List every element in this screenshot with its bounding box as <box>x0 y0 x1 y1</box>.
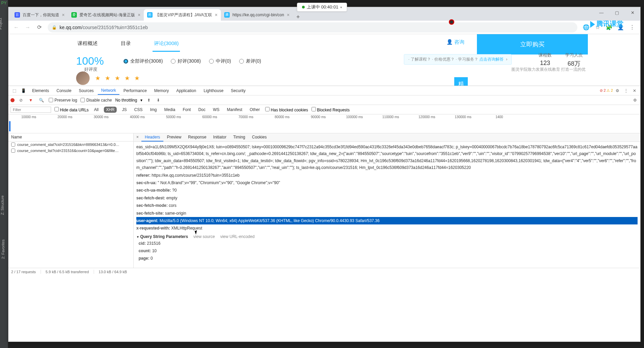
header-line[interactable]: sec-ch-ua: " Not A;Brand";v="99", "Chrom… <box>136 179 638 187</box>
panel-application[interactable]: Application <box>173 87 200 94</box>
filter-all[interactable]: 全部评价(3008) <box>123 58 163 64</box>
upload-icon[interactable]: ⬆ <box>146 97 152 103</box>
close-icon[interactable]: × <box>62 12 65 18</box>
hide-data-urls-checkbox[interactable]: Hide data URLs <box>54 107 89 112</box>
browser-tab-course[interactable]: 图【图灵VIP严选课程】JAVA互联× <box>144 9 221 21</box>
filter-good[interactable]: 好评(3008) <box>171 58 201 64</box>
filter-img[interactable]: Img <box>148 107 159 113</box>
new-tab-button[interactable]: + <box>293 14 303 21</box>
tab-preview[interactable]: Preview <box>163 133 185 142</box>
record-icon[interactable] <box>10 98 15 102</box>
disable-cache-checkbox[interactable]: Disable cache <box>80 98 112 103</box>
inspect-icon[interactable]: ⬚ <box>10 87 18 94</box>
reload-button[interactable]: ⟳ <box>34 22 44 32</box>
maximize-button[interactable]: ▢ <box>609 7 625 18</box>
panel-performance[interactable]: Performance <box>120 87 150 94</box>
preserve-log-checkbox[interactable]: Preserve log <box>49 98 77 103</box>
qsp-line[interactable]: cid: 231516 <box>136 240 638 247</box>
qsp-section[interactable]: Query String Parametersview sourceview U… <box>136 232 638 240</box>
qsp-line[interactable]: page: 0 <box>136 255 638 262</box>
settings-icon[interactable]: ⚙ <box>614 87 621 94</box>
has-blocked-cookies-checkbox[interactable]: Has blocked cookies <box>265 107 308 112</box>
header-line[interactable]: sec-fetch-site: same-origin <box>136 210 638 217</box>
filter-js[interactable]: JS <box>120 107 129 113</box>
close-icon[interactable]: × <box>215 12 217 18</box>
filter-css[interactable]: CSS <box>132 107 145 113</box>
tab-timing[interactable]: Timing <box>230 133 249 142</box>
tab-initiator[interactable]: Initiator <box>210 133 230 142</box>
filter-manifest[interactable]: Manifest <box>225 107 244 113</box>
view-urlencoded-link[interactable]: view URL-encoded <box>220 234 254 239</box>
header-line[interactable]: user-agent: Mozilla/5.0 (Windows NT 10.0… <box>136 217 638 224</box>
tab-headers[interactable]: Headers <box>141 133 163 142</box>
network-timeline[interactable]: 10000 ms20000 ms30000 ms40000 ms50000 ms… <box>8 114 640 133</box>
tab-response[interactable]: Response <box>185 133 210 142</box>
clear-icon[interactable]: ⊘ <box>18 97 24 103</box>
header-line[interactable]: sec-fetch-mode: cors <box>136 202 638 209</box>
forward-button[interactable]: → <box>23 22 33 32</box>
timeline-tick: 120000 ms <box>418 115 435 119</box>
ide-tab-structure[interactable]: Z: Structure <box>0 195 4 215</box>
minimize-button[interactable]: — <box>594 7 609 18</box>
filter-font[interactable]: Font <box>181 107 193 113</box>
browser-tab-api[interactable]: 腾https://ke.qq.com/cgi-bin/con× <box>221 9 293 21</box>
throttling-select[interactable]: No throttling <box>115 98 137 103</box>
panel-sources[interactable]: Sources <box>75 87 97 94</box>
panel-lighthouse[interactable]: Lighthouse <box>200 87 227 94</box>
back-button[interactable]: ← <box>11 22 21 32</box>
header-line[interactable]: sec-ch-ua-mobile: ?0 <box>136 187 638 194</box>
panel-network[interactable]: Network <box>98 87 119 95</box>
menu-icon[interactable]: ⋮ <box>627 22 638 33</box>
filter-other[interactable]: Other <box>248 107 262 113</box>
devtools-close-icon[interactable]: ✕ <box>631 87 638 94</box>
view-source-link[interactable]: view source <box>193 234 215 239</box>
name-column-header[interactable]: Name <box>8 133 133 142</box>
settings-icon[interactable]: ⚙ <box>632 97 638 103</box>
nav-overview[interactable]: 课程概述 <box>76 38 99 52</box>
buy-now-button[interactable]: 立即购买 <box>477 34 588 55</box>
header-line[interactable]: sec-fetch-dest: empty <box>136 194 638 202</box>
ide-tab-project[interactable]: Project <box>0 18 2 29</box>
more-icon[interactable]: ⋮ <box>622 87 630 94</box>
browser-tab-baidu[interactable]: 百百度一下，你就知道× <box>11 9 68 21</box>
qsp-line[interactable]: count: 10 <box>136 247 638 255</box>
url-input[interactable]: 🔒 ke.qq.com/course/231516?tuin=3551c1eb <box>48 22 577 32</box>
filter-doc[interactable]: Doc <box>196 107 207 113</box>
request-row[interactable]: course_comment_list?cid=231516&count=10&… <box>8 148 133 154</box>
filter-mid[interactable]: 中评(0) <box>209 58 231 64</box>
device-icon[interactable]: 📱 <box>19 87 28 94</box>
warning-count[interactable]: ⚠ 2 <box>606 88 613 93</box>
close-button[interactable]: ✕ <box>625 7 640 18</box>
browser-tab-iqiyi[interactable]: 爱爱奇艺-在线视频网站-海量正版× <box>68 9 144 21</box>
close-icon[interactable]: × <box>287 12 290 18</box>
filter-ws[interactable]: WS <box>211 107 222 113</box>
panel-security[interactable]: Security <box>228 87 249 94</box>
panel-elements[interactable]: Elements <box>29 87 52 94</box>
error-count[interactable]: ⊘ 2 <box>600 88 606 93</box>
nav-catalog[interactable]: 目录 <box>119 38 132 52</box>
header-line[interactable]: x-requested-with: XMLHttpRequest <box>136 224 638 232</box>
request-row[interactable]: course_comment_stat?cid=231516&bkn=88966… <box>8 142 133 148</box>
close-icon[interactable]: × <box>138 12 140 18</box>
consult-link[interactable]: 点击咨询解答 <box>479 57 504 62</box>
filter-xhr[interactable]: XHR <box>104 107 116 113</box>
tab-cookies[interactable]: Cookies <box>249 133 270 142</box>
panel-console[interactable]: Console <box>53 87 75 94</box>
recording-indicator[interactable]: 上课中 00:40:01 ▾ <box>297 3 347 12</box>
search-icon[interactable]: 🔍 <box>38 97 45 103</box>
cookie-header-line[interactable]: eas_sid=a1L6N109M5X2Q6X944y9j0e1X6; luin… <box>136 143 638 172</box>
filter-all[interactable]: All <box>92 107 100 113</box>
filter-funnel-icon[interactable]: ▼ <box>27 97 34 103</box>
filter-media[interactable]: Media <box>162 107 177 113</box>
filter-input[interactable] <box>10 107 51 113</box>
blocked-requests-checkbox[interactable]: Blocked Requests <box>312 107 350 112</box>
close-detail-icon[interactable]: × <box>134 133 141 142</box>
consult-button[interactable]: 咨询 <box>446 39 464 45</box>
consult-banner[interactable]: · 了解课程？ · 价格优惠？ · 学习服务？ 点击咨询解答 › <box>404 54 512 65</box>
nav-comments[interactable]: 评论(3008) <box>153 38 180 52</box>
download-icon[interactable]: ⬇ <box>155 97 161 103</box>
panel-memory[interactable]: Memory <box>151 87 172 94</box>
ide-tab-favorites[interactable]: 2: Favorites <box>1 239 5 259</box>
header-line[interactable]: referer: https://ke.qq.com/course/231516… <box>136 172 638 179</box>
filter-bad[interactable]: 差评(0) <box>239 58 261 64</box>
